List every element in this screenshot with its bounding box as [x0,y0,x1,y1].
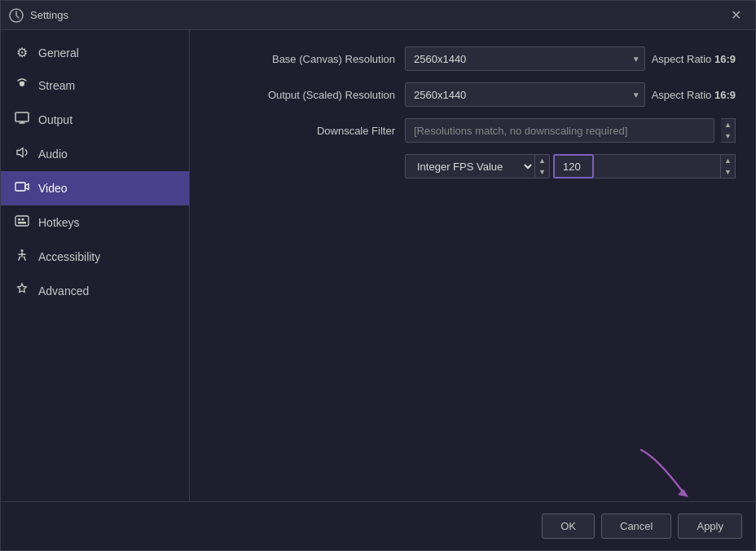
settings-window: Settings ✕ ⚙ General Stream [0,0,756,551]
stream-icon [14,77,30,95]
window-title: Settings [30,9,68,21]
svg-rect-2 [15,112,29,121]
downscale-filter-label: Downscale Filter [209,125,405,137]
sidebar-label-audio: Audio [38,148,68,161]
sidebar-item-hotkeys[interactable]: Hotkeys [1,205,189,240]
sidebar-item-stream[interactable]: Stream [1,68,189,103]
fps-mode-spin-up[interactable]: ▲ [535,155,549,166]
content-area: ⚙ General Stream [1,30,755,501]
video-icon [14,179,30,197]
output-resolution-select[interactable]: 2560x1440 [405,82,645,107]
base-resolution-select-wrapper: 2560x1440 ▼ [405,46,645,71]
sidebar-label-video: Video [38,182,68,195]
sidebar-item-video[interactable]: Video [1,171,189,205]
ok-button[interactable]: OK [542,514,595,539]
fps-value-spin-down[interactable]: ▼ [721,166,735,178]
fps-value-spin-up[interactable]: ▲ [721,155,735,166]
base-resolution-select[interactable]: 2560x1440 [405,46,645,71]
svg-rect-7 [18,218,20,221]
fps-value-spinner: ▲ ▼ [721,154,736,179]
downscale-spin-down[interactable]: ▼ [721,130,735,142]
app-icon [9,8,24,23]
sidebar-item-general[interactable]: ⚙ General [1,37,189,68]
content-spacer [209,190,736,485]
svg-rect-6 [15,216,29,226]
fps-value-text: 120 [563,161,581,173]
sidebar-label-output: Output [38,113,73,126]
gear-icon: ⚙ [14,45,30,60]
footer: OK Cancel Apply [1,501,755,550]
hotkeys-icon [14,214,30,231]
sidebar-item-audio[interactable]: Audio [1,137,189,171]
output-resolution-row: Output (Scaled) Resolution 2560x1440 ▼ A… [209,82,736,107]
sidebar: ⚙ General Stream [1,30,190,501]
sidebar-label-accessibility: Accessibility [38,250,100,263]
fps-mode-spin-down[interactable]: ▼ [535,166,549,178]
output-icon [14,111,30,129]
sidebar-item-output[interactable]: Output [1,103,189,137]
title-bar-left: Settings [9,8,68,23]
fps-mode-spinner: ▲ ▼ [535,154,550,179]
sidebar-label-advanced: Advanced [38,284,89,298]
svg-rect-8 [22,218,24,221]
base-resolution-controls: 2560x1440 ▼ Aspect Ratio 16:9 [405,46,736,71]
close-button[interactable]: ✕ [724,4,747,27]
base-aspect-ratio-label: Aspect Ratio 16:9 [652,53,736,65]
audio-icon [14,145,30,163]
apply-button[interactable]: Apply [678,514,742,539]
sidebar-label-hotkeys: Hotkeys [38,216,80,229]
output-resolution-controls: 2560x1440 ▼ Aspect Ratio 16:9 [405,82,736,107]
fps-controls: Integer FPS Value ▲ ▼ 120 ▲ [405,154,736,179]
output-aspect-ratio-label: Aspect Ratio 16:9 [652,89,736,101]
fps-row: Integer FPS Value ▲ ▼ 120 ▲ [209,154,736,179]
output-resolution-select-wrapper: 2560x1440 ▼ [405,82,645,107]
sidebar-item-advanced[interactable]: Advanced [1,274,189,308]
downscale-filter-row: Downscale Filter ▲ ▼ [209,118,736,143]
cancel-button[interactable]: Cancel [601,514,671,539]
fps-value-input[interactable]: 120 [553,154,594,179]
fps-value-fill [594,154,721,179]
title-bar: Settings ✕ [1,1,755,30]
accessibility-icon [14,248,30,266]
main-content: Base (Canvas) Resolution 2560x1440 ▼ Asp… [190,30,755,501]
svg-point-10 [21,249,24,252]
downscale-filter-input [405,118,714,143]
svg-rect-9 [18,222,26,224]
sidebar-label-general: General [38,46,79,60]
sidebar-label-stream: Stream [38,79,75,92]
svg-rect-5 [15,183,25,191]
downscale-spinner: ▲ ▼ [721,118,736,143]
base-resolution-row: Base (Canvas) Resolution 2560x1440 ▼ Asp… [209,46,736,71]
sidebar-item-accessibility[interactable]: Accessibility [1,240,189,274]
base-resolution-label: Base (Canvas) Resolution [209,53,405,65]
advanced-icon [14,282,30,300]
output-resolution-label: Output (Scaled) Resolution [209,89,405,101]
downscale-filter-controls: ▲ ▼ [405,118,736,143]
fps-mode-group: Integer FPS Value ▲ ▼ [405,154,550,179]
downscale-spin-up[interactable]: ▲ [721,119,735,130]
fps-mode-select[interactable]: Integer FPS Value [405,154,535,179]
